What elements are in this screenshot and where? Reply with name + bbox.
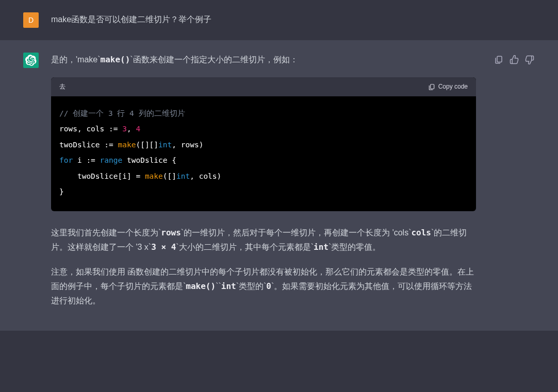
clipboard-icon (428, 83, 435, 91)
assistant-intro: 是的，'make`make()`函数来创建一个指定大小的二维切片，例如： (51, 53, 476, 67)
assistant-message: 是的，'make`make()`函数来创建一个指定大小的二维切片，例如： 去 C… (51, 53, 481, 318)
assistant-turn: 是的，'make`make()`函数来创建一个指定大小的二维切片，例如： 去 C… (0, 40, 558, 331)
user-message: make函数是否可以创建二维切片？举个例子 (51, 12, 535, 28)
openai-logo-icon (25, 55, 37, 66)
code-block: 去 Copy code // 创建一个 3 行 4 列的二维切片 rows, c… (51, 77, 476, 211)
code-header: 去 Copy code (51, 77, 476, 96)
inline-code: int (221, 281, 236, 291)
assistant-paragraph-3: 注意，如果我们使用 函数创建的二维切片中的每个子切片都没有被初始化，那么它们的元… (51, 265, 476, 308)
message-actions (494, 53, 535, 318)
inline-code: cols (411, 228, 431, 237)
assistant-avatar (23, 53, 39, 68)
assistant-paragraph-2: 这里我们首先创建一个长度为`rows`的一维切片，然后对于每个一维切片，再创建一… (51, 226, 476, 254)
copy-code-label: Copy code (438, 81, 468, 92)
inline-code: int (314, 242, 329, 252)
code-content: // 创建一个 3 行 4 列的二维切片 rows, cols := 3, 4 … (51, 96, 476, 211)
svg-rect-1 (497, 56, 502, 62)
code-language-label: 去 (59, 81, 65, 92)
user-message-text: make函数是否可以创建二维切片？举个例子 (51, 12, 530, 27)
user-turn: D make函数是否可以创建二维切片？举个例子 (0, 0, 558, 40)
inline-code: make() (101, 55, 130, 64)
user-avatar: D (23, 12, 39, 28)
copy-code-button[interactable]: Copy code (428, 81, 468, 92)
user-avatar-letter: D (28, 14, 34, 27)
svg-rect-0 (430, 84, 434, 89)
inline-code: 3 × 4 (151, 242, 176, 252)
clipboard-icon (494, 55, 503, 64)
inline-code: rows (161, 228, 181, 237)
thumbs-up-icon (510, 55, 519, 64)
thumbs-down-button[interactable] (524, 55, 535, 65)
inline-code: 0 (266, 281, 271, 291)
copy-message-button[interactable] (494, 55, 504, 65)
thumbs-down-icon (525, 55, 534, 64)
inline-code: make() (186, 281, 216, 291)
thumbs-up-button[interactable] (509, 55, 519, 65)
